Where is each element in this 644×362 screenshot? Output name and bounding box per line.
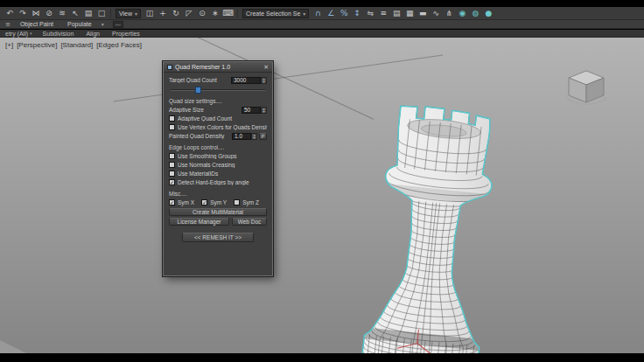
- sym-y-checkbox[interactable]: ✓ Sym Y: [201, 199, 227, 205]
- undo-icon[interactable]: ↶: [4, 8, 16, 18]
- ribbon-collapse-icon[interactable]: ▾: [102, 21, 104, 27]
- painted-quad-density-spinner[interactable]: ▴ ▾: [251, 133, 257, 140]
- chevron-down-icon: ▾: [135, 10, 137, 17]
- toolbar-group-b: ◫ + ↻ ◸ ⊙ ∗ ⌨: [144, 8, 234, 18]
- use-vertex-colors-checkbox[interactable]: Use Vertex Colors for Quads Density: [169, 123, 267, 131]
- curve-editor-icon[interactable]: ∿: [430, 8, 442, 18]
- scene-explorer-icon[interactable]: ▤: [390, 8, 402, 18]
- rectangular-selection-region-icon[interactable]: □: [95, 8, 108, 18]
- license-button-row: License Manager Web Doc: [169, 218, 267, 226]
- panel-properties[interactable]: Properties: [112, 30, 142, 38]
- checkbox-label: Sym Z: [242, 199, 259, 205]
- checkbox-label: Sym X: [178, 199, 194, 205]
- application-window: ↶ ↷ ⋈ ⊘ ≋ ↖ ▤ □ View ▾ ◫: [0, 0, 644, 362]
- ribbon-toggle-icon[interactable]: ▬: [416, 8, 429, 18]
- target-quad-count-spinner[interactable]: ▴ ▾: [261, 77, 267, 84]
- target-quad-count-slider[interactable]: [170, 86, 266, 94]
- checkbox[interactable]: [169, 171, 175, 177]
- dialog-title-bar[interactable]: Quad Remesher 1.0 ✕: [164, 62, 272, 73]
- ribbon-menu-icon[interactable]: ≡: [5, 21, 10, 28]
- viewport-menu-pov[interactable]: [Perspective]: [17, 41, 57, 49]
- select-object-icon[interactable]: ↖: [69, 8, 81, 18]
- dialog-icon: [167, 65, 172, 70]
- schematic-view-icon[interactable]: ⋔: [443, 8, 455, 18]
- checkbox[interactable]: [169, 115, 175, 122]
- checkbox[interactable]: ✓: [169, 179, 175, 185]
- select-and-link-icon[interactable]: ⋈: [30, 8, 42, 18]
- adaptive-quad-count-checkbox[interactable]: Adaptive Quad Count: [169, 115, 267, 122]
- adaptive-size-spinner[interactable]: ▴ ▾: [261, 107, 267, 114]
- select-and-scale-icon[interactable]: ◸: [183, 8, 195, 18]
- checkbox[interactable]: ✓: [201, 199, 207, 205]
- use-pivot-point-center-icon[interactable]: ⊙: [196, 8, 208, 18]
- remesh-button[interactable]: << REMESH IT >>: [182, 233, 254, 242]
- checkbox[interactable]: [169, 124, 175, 130]
- material-editor-icon[interactable]: ◉: [456, 8, 468, 18]
- use-materialids-checkbox[interactable]: Use MaterialIDs: [169, 170, 267, 178]
- rook-model[interactable]: [345, 104, 495, 353]
- tab-populate[interactable]: Populate: [65, 20, 94, 29]
- toolbar-separator: [237, 9, 238, 18]
- named-selection-sets-dropdown[interactable]: Create Selection Se ▾: [242, 9, 309, 18]
- viewport-corner-shape: [0, 340, 26, 353]
- sym-z-checkbox[interactable]: Sym Z: [234, 199, 259, 205]
- ribbon-minimize-button[interactable]: —: [113, 21, 123, 28]
- checkbox[interactable]: ✓: [169, 199, 175, 205]
- checkbox[interactable]: [169, 153, 175, 159]
- use-normals-creasing-checkbox[interactable]: Use Normals Creasing: [169, 161, 267, 169]
- render-setup-icon[interactable]: ◍: [469, 8, 481, 18]
- web-doc-button[interactable]: Web Doc: [232, 218, 267, 226]
- snaps-toggle-icon[interactable]: ∩: [312, 8, 324, 18]
- panel-subdivision[interactable]: Subdivision: [43, 30, 76, 38]
- viewport[interactable]: [+] [Perspective] [Standard] [Edged Face…: [0, 38, 644, 353]
- viewport-menu-shading[interactable]: [Standard]: [60, 41, 93, 49]
- layer-explorer-icon[interactable]: ▦: [403, 8, 416, 18]
- adaptive-size-field[interactable]: 50: [242, 107, 261, 114]
- rook-geometry: [360, 104, 495, 353]
- checkbox[interactable]: [234, 199, 240, 205]
- redo-icon[interactable]: ↷: [17, 8, 29, 18]
- select-by-name-icon[interactable]: ▤: [82, 8, 94, 18]
- detect-hard-edges-checkbox[interactable]: ✓ Detect Hard-Edges by angle: [169, 178, 267, 186]
- main-toolbar: ↶ ↷ ⋈ ⊘ ≋ ↖ ▤ □ View ▾ ◫: [0, 7, 644, 20]
- select-and-move-icon[interactable]: +: [157, 8, 169, 18]
- panel-align[interactable]: Align: [86, 30, 102, 38]
- close-icon[interactable]: ✕: [263, 64, 269, 71]
- misc-header: Misc....: [169, 191, 267, 197]
- use-smoothing-groups-checkbox[interactable]: Use Smoothing Groups: [169, 152, 267, 160]
- window-crossing-icon[interactable]: ◫: [144, 8, 156, 18]
- viewport-menu-general[interactable]: [+]: [5, 41, 13, 49]
- reference-coordinate-value: View: [119, 10, 132, 17]
- checkbox[interactable]: [169, 162, 175, 168]
- percent-snap-icon[interactable]: %: [338, 8, 350, 18]
- target-quad-count-label: Target Quad Count: [169, 77, 231, 83]
- select-and-rotate-icon[interactable]: ↻: [170, 8, 182, 18]
- ribbon-panel-bar: etry (All) ▾ Subdivision Align Propertie…: [0, 30, 644, 38]
- spinner-down-icon: ▾: [262, 80, 264, 83]
- slider-handle[interactable]: [195, 87, 201, 94]
- create-multimaterial-button[interactable]: Create MultiMaterial: [169, 208, 267, 216]
- checkbox-label: Use Normals Creasing: [178, 162, 267, 168]
- paint-button[interactable]: P: [259, 133, 267, 140]
- spinner-snap-icon[interactable]: ↕: [351, 8, 363, 18]
- panel-geometry-all[interactable]: etry (All) ▾: [5, 30, 32, 38]
- keyboard-shortcut-override-icon[interactable]: ⌨: [222, 8, 234, 18]
- reference-coordinate-dropdown[interactable]: View ▾: [116, 9, 141, 18]
- bind-to-space-warp-icon[interactable]: ≋: [56, 8, 68, 18]
- render-production-icon[interactable]: ●: [482, 8, 494, 18]
- tab-object-paint[interactable]: Object Paint: [18, 20, 56, 29]
- align-icon[interactable]: ≡: [377, 8, 389, 18]
- select-and-manipulate-icon[interactable]: ∗: [209, 8, 221, 18]
- viewport-menu-edged-faces[interactable]: [Edged Faces]: [96, 41, 142, 49]
- mirror-icon[interactable]: ⇋: [364, 8, 376, 18]
- slider-track: [171, 89, 265, 91]
- view-cube[interactable]: [565, 67, 607, 108]
- angle-snap-icon[interactable]: ∠: [325, 8, 337, 18]
- painted-quad-density-field[interactable]: 1.0: [232, 133, 251, 140]
- unlink-selection-icon[interactable]: ⊘: [43, 8, 55, 18]
- sym-x-checkbox[interactable]: ✓ Sym X: [169, 199, 194, 205]
- target-quad-count-field[interactable]: 3000: [231, 77, 261, 84]
- checkbox-label: Use Smoothing Groups: [178, 153, 267, 159]
- license-manager-button[interactable]: License Manager: [169, 218, 229, 226]
- symmetry-checkbox-row: ✓ Sym X ✓ Sym Y Sym Z: [169, 198, 267, 206]
